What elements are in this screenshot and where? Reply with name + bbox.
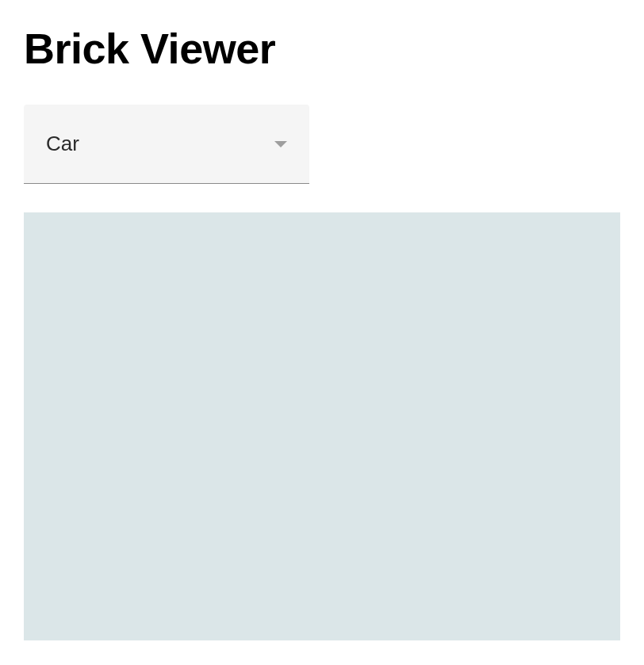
page-title: Brick Viewer	[24, 24, 620, 73]
viewer-panel[interactable]	[24, 212, 620, 640]
model-select[interactable]: Car	[24, 105, 309, 184]
model-select-value: Car	[46, 132, 79, 156]
chevron-down-icon	[274, 141, 287, 147]
